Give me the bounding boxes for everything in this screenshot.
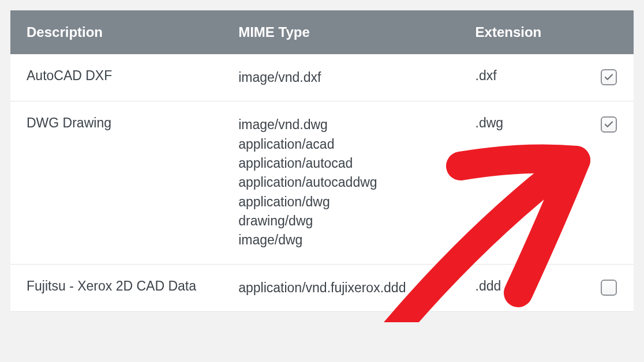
mime-value: application/autocad (238, 154, 443, 173)
mime-value: image/dwg (238, 231, 443, 250)
mime-value: application/vnd.fujixerox.ddd (238, 278, 443, 297)
mime-value: drawing/dwg (238, 212, 443, 231)
mime-value: application/dwg (238, 193, 443, 212)
cell-mime: image/vnd.dxf (222, 54, 459, 101)
cell-extension: .ddd (459, 265, 584, 311)
table-row: DWG Drawing image/vnd.dwg application/ac… (10, 101, 634, 264)
mime-value: image/vnd.dwg (238, 115, 443, 134)
cell-description: Fujitsu - Xerox 2D CAD Data (10, 265, 222, 311)
cell-extension: .dxf (459, 54, 584, 101)
header-extension: Extension (459, 10, 584, 54)
check-icon (604, 72, 614, 82)
mime-types-table: Description MIME Type Extension AutoCAD … (10, 10, 634, 312)
table-row: AutoCAD DXF image/vnd.dxf .dxf (10, 54, 634, 101)
mime-value: application/acad (238, 135, 443, 154)
table-body: AutoCAD DXF image/vnd.dxf .dxf DWG Drawi… (10, 54, 634, 312)
table-row: Fujitsu - Xerox 2D CAD Data application/… (10, 265, 634, 312)
enable-checkbox[interactable] (601, 116, 617, 133)
mime-value: application/autocaddwg (238, 173, 443, 192)
mime-table-wrapper: Description MIME Type Extension AutoCAD … (10, 10, 634, 312)
cell-description: DWG Drawing (10, 101, 222, 263)
cell-description: AutoCAD DXF (10, 54, 222, 101)
header-checkbox (584, 10, 634, 54)
cell-mime: image/vnd.dwg application/acad applicati… (222, 101, 459, 263)
cell-checkbox (584, 265, 634, 311)
cell-checkbox (584, 54, 634, 101)
enable-checkbox[interactable] (601, 69, 617, 85)
cell-extension: .dwg (459, 101, 584, 263)
mime-value: image/vnd.dxf (238, 68, 443, 87)
cell-checkbox (584, 101, 634, 263)
table-header: Description MIME Type Extension (10, 10, 634, 54)
cell-mime: application/vnd.fujixerox.ddd (222, 265, 459, 311)
header-description: Description (10, 10, 222, 54)
check-icon (604, 119, 614, 130)
enable-checkbox[interactable] (601, 280, 617, 296)
header-mime: MIME Type (222, 10, 459, 54)
